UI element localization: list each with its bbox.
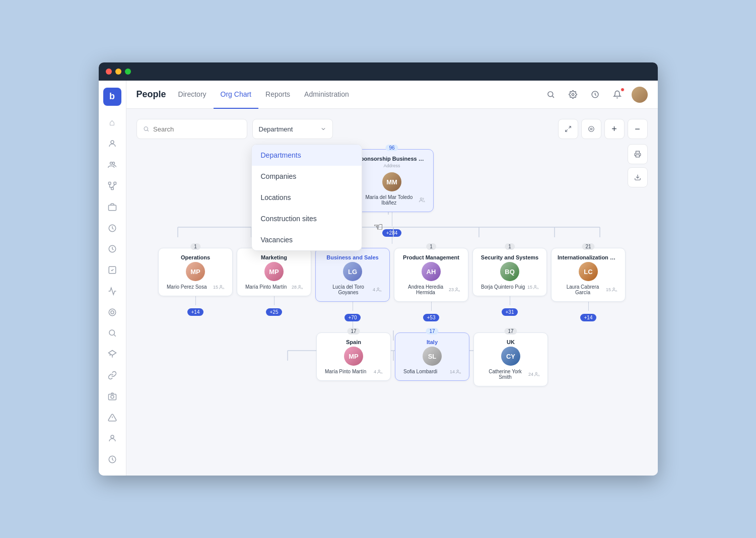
- svg-point-56: [534, 285, 536, 287]
- svg-point-52: [220, 285, 222, 287]
- close-dot[interactable]: [106, 69, 112, 75]
- pm-count: 1: [426, 243, 436, 250]
- nav-settings-icon[interactable]: [565, 87, 581, 103]
- filter-btn[interactable]: [581, 119, 601, 139]
- dropdown-item-companies[interactable]: Companies: [252, 166, 362, 187]
- svg-line-16: [114, 335, 115, 337]
- add-btn[interactable]: +: [604, 119, 625, 139]
- biz-avatar: LG: [343, 262, 362, 281]
- sidebar-item-check[interactable]: [103, 261, 121, 279]
- node-intl[interactable]: 21 Internationalization Business St... L…: [551, 248, 626, 302]
- content-area: People Directory Org Chart Reports Admin…: [126, 81, 658, 476]
- sec-avatar: BQ: [500, 262, 519, 281]
- ops-expand[interactable]: +14: [187, 308, 204, 316]
- sidebar-item-alert[interactable]: [103, 409, 121, 427]
- root-expand[interactable]: +284: [382, 229, 402, 237]
- dropdown-item-construction[interactable]: Construction sites: [252, 208, 362, 229]
- nav-notif-icon[interactable]: [609, 87, 626, 103]
- nav-orgchart[interactable]: Org Chart: [214, 81, 258, 109]
- maximize-dot[interactable]: [125, 69, 131, 75]
- sidebar-item-camera[interactable]: [103, 387, 121, 406]
- italy-count: 17: [426, 328, 438, 334]
- node-italy[interactable]: 17 Italy SL Sofia Lombardi 14: [395, 332, 469, 381]
- intl-col: 21 Internationalization Business St... L…: [551, 248, 626, 328]
- dropdown-item-locations[interactable]: Locations: [252, 187, 362, 208]
- node-operations[interactable]: 1 Operations MP Mario Perez Sosa 15: [158, 248, 233, 296]
- sec-name: Borja Quintero Puig: [481, 284, 525, 290]
- department-dropdown[interactable]: Department: [252, 119, 333, 139]
- nav-reports[interactable]: Reports: [258, 81, 297, 109]
- sidebar-item-target[interactable]: [103, 303, 121, 321]
- sidebar-item-briefcase[interactable]: [103, 198, 121, 216]
- print-btn[interactable]: [628, 144, 648, 164]
- root-node[interactable]: 96 Sponsorship Business – Operati... Add…: [351, 149, 434, 212]
- sec-count: 1: [505, 243, 515, 250]
- svg-point-25: [548, 92, 553, 97]
- sidebar-item-home[interactable]: ⌂: [103, 114, 121, 132]
- dropdown-item-departments[interactable]: Departments: [252, 145, 362, 166]
- biz-expand[interactable]: +70: [345, 314, 361, 321]
- svg-rect-9: [108, 205, 116, 211]
- spain-avatar: MP: [344, 347, 363, 366]
- chart-container[interactable]: Department + −: [126, 109, 658, 476]
- sidebar-item-group[interactable]: [103, 156, 121, 174]
- sec-expand[interactable]: +31: [502, 308, 518, 316]
- uk-count: 17: [504, 328, 517, 334]
- nav-directory[interactable]: Directory: [171, 81, 214, 109]
- root-level: 96 Sponsorship Business – Operati... Add…: [136, 149, 648, 244]
- node-spain[interactable]: 17 Spain MP María Pinto Martín 4: [316, 332, 391, 381]
- pm-name: Andrea Heredia Hermida: [402, 284, 449, 295]
- search-input[interactable]: [153, 125, 240, 133]
- search-box[interactable]: [136, 119, 247, 139]
- fullscreen-btn[interactable]: [558, 119, 578, 139]
- node-prodmgmt[interactable]: 1 Product Management AH Andrea Heredia H…: [394, 248, 468, 302]
- nav-search-icon[interactable]: [543, 87, 559, 103]
- sidebar-item-clock2[interactable]: [103, 240, 121, 258]
- download-btn[interactable]: [628, 167, 648, 187]
- intl-avatar: LC: [579, 262, 598, 281]
- root-subtitle: Address: [357, 163, 427, 168]
- node-security[interactable]: 1 Security and Systems BQ Borja Quintero…: [472, 248, 547, 296]
- italy-name: Sofia Lombardi: [403, 369, 437, 374]
- mkt-expand[interactable]: +25: [266, 308, 283, 316]
- app-window: b ⌂: [99, 62, 658, 476]
- spain-title: Spain: [323, 339, 384, 345]
- sidebar-item-person[interactable]: [103, 135, 121, 153]
- ops-count: 1: [190, 243, 200, 250]
- sidebar-item-history[interactable]: [103, 450, 121, 468]
- node-marketing[interactable]: 1 Marketing MP María Pinto Martín 28: [237, 248, 311, 296]
- nav-timer-icon[interactable]: [587, 87, 603, 103]
- svg-line-7: [112, 184, 115, 187]
- sidebar-item-network[interactable]: [103, 177, 121, 195]
- node-bizdev[interactable]: 1 Business and Sales LG Lucía del Toro G…: [315, 248, 390, 302]
- svg-point-27: [572, 93, 574, 95]
- node-uk[interactable]: 17 UK CY Catherine York Smith 24: [473, 332, 548, 386]
- dropdown-label: Department: [259, 125, 293, 133]
- root-name: María del Mar Toledo Ibáñez: [359, 194, 420, 206]
- user-avatar[interactable]: [632, 87, 648, 103]
- sidebar-item-user2[interactable]: [103, 430, 121, 448]
- zoom-out-btn[interactable]: −: [628, 119, 648, 139]
- intl-expand[interactable]: +14: [580, 314, 597, 321]
- biz-name: Lucía del Toro Goyanes: [324, 284, 373, 295]
- nav-administration[interactable]: Administration: [297, 81, 356, 109]
- minimize-dot[interactable]: [115, 69, 121, 75]
- sidebar-item-chart[interactable]: [103, 282, 121, 300]
- uk-col: 17 UK CY Catherine York Smith 24: [473, 332, 548, 386]
- dropdown-item-vacancies[interactable]: Vacancies: [252, 229, 362, 250]
- svg-point-57: [613, 288, 614, 289]
- sidebar-item-link[interactable]: [103, 366, 121, 384]
- svg-point-53: [299, 285, 300, 287]
- sidebar-item-clock[interactable]: [103, 219, 121, 237]
- sec-title: Security and Systems: [479, 254, 540, 260]
- app-logo[interactable]: b: [103, 88, 121, 106]
- dropdown-menu: Departments Companies Locations Construc…: [251, 144, 362, 251]
- spain-count: 17: [347, 328, 360, 334]
- sidebar-item-search[interactable]: [103, 324, 121, 343]
- pm-expand[interactable]: +53: [423, 314, 440, 321]
- intl-name: Laura Cabrera García: [560, 284, 606, 295]
- sidebar: b ⌂: [99, 81, 126, 476]
- sidebar-item-graduate[interactable]: [103, 345, 121, 363]
- svg-rect-3: [108, 182, 111, 185]
- operations-col: 1 Operations MP Mario Perez Sosa 15: [158, 248, 233, 328]
